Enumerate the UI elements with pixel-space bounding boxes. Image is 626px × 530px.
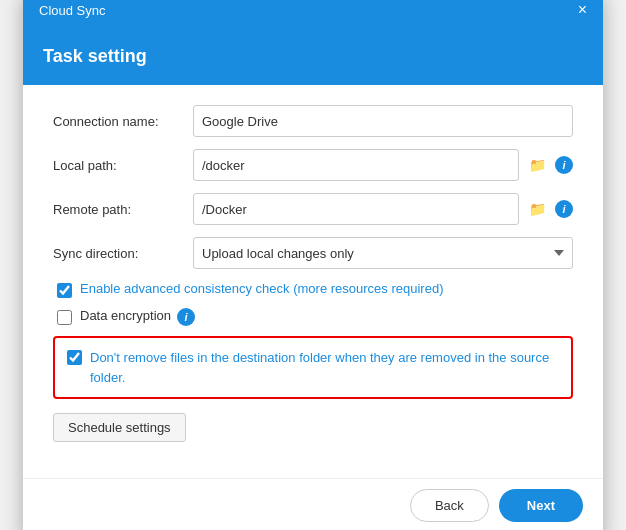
data-encryption-row: Data encryption i bbox=[53, 308, 573, 326]
dont-remove-box: Don't remove files in the destination fo… bbox=[53, 336, 573, 399]
local-path-wrap: 📁 i bbox=[193, 149, 573, 181]
dont-remove-label: Don't remove files in the destination fo… bbox=[90, 348, 559, 387]
sync-direction-row: Sync direction: Upload local changes onl… bbox=[53, 237, 573, 269]
local-path-label: Local path: bbox=[53, 158, 193, 173]
remote-path-input[interactable] bbox=[193, 193, 519, 225]
local-path-input[interactable] bbox=[193, 149, 519, 181]
dialog-header: Cloud Sync × bbox=[23, 0, 603, 28]
remote-path-info-icon[interactable]: i bbox=[555, 200, 573, 218]
sync-direction-wrap: Upload local changes only Download remot… bbox=[193, 237, 573, 269]
section-title: Task setting bbox=[23, 28, 603, 85]
local-path-folder-icon[interactable]: 📁 bbox=[525, 153, 549, 177]
next-button[interactable]: Next bbox=[499, 489, 583, 522]
data-encryption-checkbox[interactable] bbox=[57, 310, 72, 325]
close-icon[interactable]: × bbox=[578, 2, 587, 18]
remote-path-row: Remote path: 📁 i bbox=[53, 193, 573, 225]
connection-name-wrap bbox=[193, 105, 573, 137]
data-encryption-label: Data encryption bbox=[80, 308, 171, 323]
sync-direction-select[interactable]: Upload local changes only Download remot… bbox=[193, 237, 573, 269]
dialog-footer: Back Next bbox=[23, 478, 603, 530]
data-encryption-info-icon[interactable]: i bbox=[177, 308, 195, 326]
remote-path-wrap: 📁 i bbox=[193, 193, 573, 225]
sync-direction-label: Sync direction: bbox=[53, 246, 193, 261]
connection-name-row: Connection name: bbox=[53, 105, 573, 137]
dialog-header-title: Cloud Sync bbox=[39, 3, 105, 18]
advanced-consistency-checkbox[interactable] bbox=[57, 283, 72, 298]
local-path-row: Local path: 📁 i bbox=[53, 149, 573, 181]
remote-path-label: Remote path: bbox=[53, 202, 193, 217]
dialog-body: Connection name: Local path: 📁 i Remote … bbox=[23, 85, 603, 478]
local-path-info-icon[interactable]: i bbox=[555, 156, 573, 174]
connection-name-input[interactable] bbox=[193, 105, 573, 137]
dont-remove-checkbox[interactable] bbox=[67, 350, 82, 365]
back-button[interactable]: Back bbox=[410, 489, 489, 522]
schedule-settings-button[interactable]: Schedule settings bbox=[53, 413, 186, 442]
advanced-consistency-row: Enable advanced consistency check (more … bbox=[53, 281, 573, 298]
advanced-consistency-label: Enable advanced consistency check (more … bbox=[80, 281, 443, 296]
cloud-sync-dialog: Cloud Sync × Task setting Connection nam… bbox=[23, 0, 603, 530]
remote-path-folder-icon[interactable]: 📁 bbox=[525, 197, 549, 221]
connection-name-label: Connection name: bbox=[53, 114, 193, 129]
